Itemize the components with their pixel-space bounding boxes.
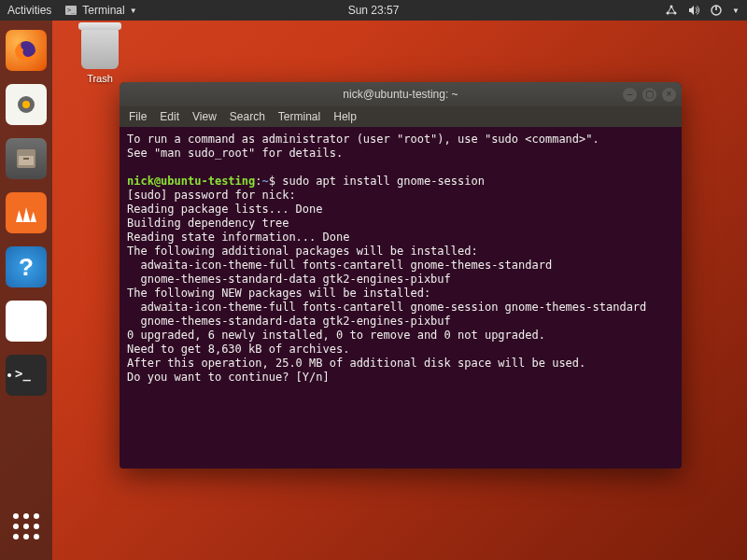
maximize-icon: ▢ [645,90,654,99]
menu-terminal[interactable]: Terminal [278,110,320,123]
menu-file[interactable]: File [129,110,147,123]
prompt-path: ~ [262,175,269,188]
close-icon: × [667,90,672,99]
dock-terminal[interactable] [6,355,47,396]
chevron-down-icon: ▼ [130,7,137,15]
trash-desktop-icon[interactable]: Trash [67,28,133,84]
terminal-window: nick@ubuntu-testing: ~ – ▢ × File Edit V… [120,82,682,469]
maximize-button[interactable]: ▢ [642,88,656,102]
dock-firefox[interactable] [6,30,47,71]
window-title: nick@ubuntu-testing: ~ [343,88,458,101]
terminal-output-area[interactable]: To run a command as administrator (user … [120,127,682,469]
dash-dock: ? a [0,21,52,560]
clock[interactable]: Sun 23:57 [348,4,400,17]
system-status-area[interactable]: ▼ [665,4,740,17]
network-icon [665,4,678,17]
menu-help[interactable]: Help [333,110,357,123]
power-icon [710,4,723,17]
dock-files[interactable] [6,138,47,179]
menu-edit[interactable]: Edit [160,110,179,123]
gnome-top-panel: Activities >_ Terminal ▼ Sun 23:57 ▼ [0,0,747,21]
svg-text:>_: >_ [67,7,76,14]
running-indicator-icon [7,373,11,377]
svg-rect-11 [19,156,34,165]
prompt-userhost: nick@ubuntu-testing [127,175,255,188]
dock-software[interactable] [6,192,47,233]
minimize-button[interactable]: – [623,88,637,102]
command-output: [sudo] password for nick: Reading packag… [127,189,646,384]
minimize-icon: – [627,90,633,99]
dock-help[interactable]: ? [6,246,47,287]
close-button[interactable]: × [662,88,676,102]
question-icon: ? [19,253,34,282]
menu-view[interactable]: View [192,110,217,123]
trash-icon [81,28,119,69]
firefox-icon [12,36,40,64]
speaker-icon [14,92,38,117]
app-menu-label: Terminal [82,4,124,17]
chevron-down-icon: ▼ [732,7,740,15]
dock-amazon[interactable]: a [6,301,47,342]
file-cabinet-icon [13,146,39,172]
activities-button[interactable]: Activities [7,4,51,17]
app-menu[interactable]: >_ Terminal ▼ [64,4,136,17]
volume-icon [687,4,700,17]
intro-text: To run a command as administrator (user … [127,133,599,160]
menu-search[interactable]: Search [230,110,265,123]
prompt-symbol: $ [269,175,275,188]
svg-rect-12 [23,158,29,160]
amazon-icon: a [21,309,32,333]
svg-point-9 [22,101,30,108]
menubar: File Edit View Search Terminal Help [120,106,682,127]
trash-label: Trash [87,73,113,84]
show-applications-button[interactable] [6,506,47,547]
terminal-icon: >_ [64,4,78,17]
window-titlebar[interactable]: nick@ubuntu-testing: ~ – ▢ × [120,82,682,106]
dock-rhythmbox[interactable] [6,84,47,125]
entered-command: sudo apt install gnome-session [282,175,485,188]
